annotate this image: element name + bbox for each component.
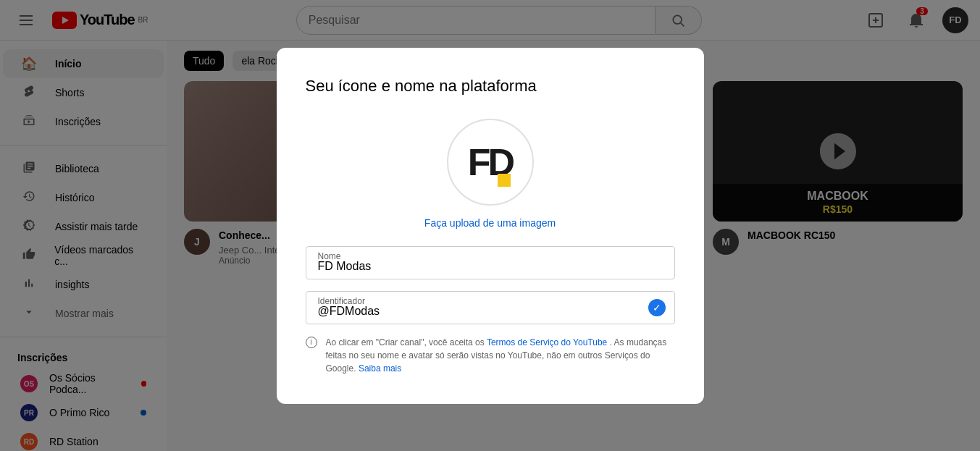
terms-text-1: Ao clicar em "Criar canal", você aceita … [326,337,485,347]
saiba-mais-link[interactable]: Saiba mais [359,363,401,374]
modal: Seu ícone e nome na plataforma FD Faça u… [277,48,704,404]
id-input[interactable] [318,305,663,318]
name-label: Nome [318,251,341,261]
id-label: Identificador [318,296,365,306]
id-input-wrapper: Identificador ✓ [306,291,675,324]
modal-avatar: FD [447,119,534,206]
modal-overlay[interactable]: Seu ícone e nome na plataforma FD Faça u… [0,0,980,451]
modal-avatar-area: FD Faça upload de uma imagem [306,119,675,229]
id-field: Identificador ✓ [306,291,675,324]
modal-title: Seu ícone e nome na plataforma [306,77,675,96]
name-field: Nome [306,246,675,279]
name-input[interactable] [318,260,663,273]
modal-avatar-content: FD [468,140,512,184]
check-circle: ✓ [648,299,666,316]
info-icon: i [306,337,317,348]
terms-text: Ao clicar em "Criar canal", você aceita … [326,336,675,375]
upload-image-button[interactable]: Faça upload de uma imagem [424,217,556,229]
avatar-yellow-square [498,174,511,187]
modal-terms: i Ao clicar em "Criar canal", você aceit… [306,336,675,375]
terms-link[interactable]: Termos de Serviço do YouTube [487,337,607,347]
name-input-wrapper: Nome [306,246,675,279]
id-check-icon: ✓ [648,299,666,316]
